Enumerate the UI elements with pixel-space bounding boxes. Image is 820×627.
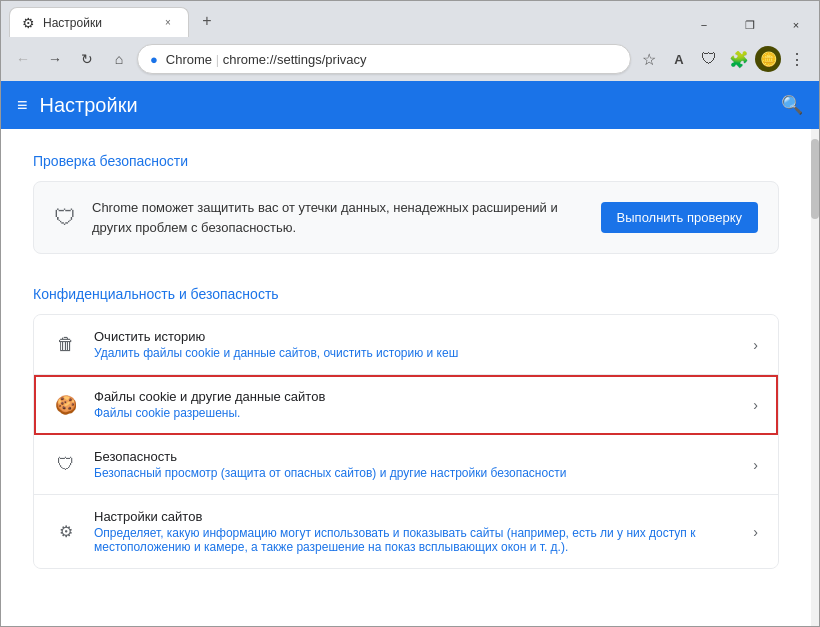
clear-history-item[interactable]: 🗑 Очистить историю Удалить файлы cookie … <box>34 315 778 375</box>
window-controls: − ❐ × <box>681 7 819 37</box>
address-bar[interactable]: ● Chrome | chrome://settings/privacy <box>137 44 631 74</box>
security-title: Безопасность <box>94 449 737 464</box>
address-toolbar: ← → ↻ ⌂ ● Chrome | chrome://settings/pri… <box>1 37 819 81</box>
safety-description: Chrome поможет защитить вас от утечки да… <box>92 198 585 237</box>
active-tab[interactable]: ⚙ Настройки × <box>9 7 189 37</box>
settings-list: 🗑 Очистить историю Удалить файлы cookie … <box>33 314 779 569</box>
cookies-chevron: › <box>753 397 758 413</box>
back-button[interactable]: ← <box>9 45 37 73</box>
clear-history-title: Очистить историю <box>94 329 737 344</box>
cookies-text: Файлы cookie и другие данные сайтов Файл… <box>94 389 737 420</box>
menu-button[interactable]: ⋮ <box>783 45 811 73</box>
main-content: Проверка безопасности 🛡 Chrome поможет з… <box>1 129 811 626</box>
scrollbar-track[interactable] <box>811 129 819 626</box>
scrollbar-thumb[interactable] <box>811 139 819 219</box>
security-icon: 🛡 <box>54 454 78 475</box>
security-item[interactable]: 🛡 Безопасность Безопасный просмотр (защи… <box>34 435 778 495</box>
tab-favicon: ⚙ <box>22 15 35 31</box>
site-settings-icon: ⚙ <box>54 522 78 541</box>
forward-button[interactable]: → <box>41 45 69 73</box>
translate-button[interactable]: A <box>665 45 693 73</box>
content-area: Проверка безопасности 🛡 Chrome поможет з… <box>1 129 819 626</box>
security-text: Безопасность Безопасный просмотр (защита… <box>94 449 737 480</box>
shield-button[interactable]: 🛡 <box>695 45 723 73</box>
tab-title: Настройки <box>43 16 152 30</box>
app-header: ≡ Настройки 🔍 <box>1 81 819 129</box>
cookies-title: Файлы cookie и другие данные сайтов <box>94 389 737 404</box>
titlebar: ⚙ Настройки × + − ❐ × <box>1 1 819 37</box>
clear-history-icon: 🗑 <box>54 334 78 355</box>
cookies-subtitle: Файлы cookie разрешены. <box>94 406 737 420</box>
header-search-icon[interactable]: 🔍 <box>781 94 803 116</box>
clear-history-text: Очистить историю Удалить файлы cookie и … <box>94 329 737 360</box>
bookmark-button[interactable]: ☆ <box>635 45 663 73</box>
site-settings-text: Настройки сайтов Определяет, какую инфор… <box>94 509 737 554</box>
extensions-button[interactable]: 🧩 <box>725 45 753 73</box>
url-brand: Chrome <box>166 52 212 67</box>
safety-check-section-title: Проверка безопасности <box>33 153 779 169</box>
url-display: Chrome | chrome://settings/privacy <box>166 52 618 67</box>
security-subtitle: Безопасный просмотр (защита от опасных с… <box>94 466 737 480</box>
security-chevron: › <box>753 457 758 473</box>
site-settings-item[interactable]: ⚙ Настройки сайтов Определяет, какую инф… <box>34 495 778 568</box>
sidebar-menu-icon[interactable]: ≡ <box>17 95 28 116</box>
safety-shield-icon: 🛡 <box>54 205 76 231</box>
reload-button[interactable]: ↻ <box>73 45 101 73</box>
site-settings-subtitle: Определяет, какую информацию могут испол… <box>94 526 737 554</box>
profile-button[interactable]: 🪙 <box>755 46 781 72</box>
home-button[interactable]: ⌂ <box>105 45 133 73</box>
site-settings-chevron: › <box>753 524 758 540</box>
safety-check-card: 🛡 Chrome поможет защитить вас от утечки … <box>33 181 779 254</box>
restore-button[interactable]: ❐ <box>727 11 773 39</box>
app-title: Настройки <box>40 94 769 117</box>
toolbar-actions: ☆ A 🛡 🧩 🪙 ⋮ <box>635 45 811 73</box>
clear-history-subtitle: Удалить файлы cookie и данные сайтов, оч… <box>94 346 737 360</box>
cookies-icon: 🍪 <box>54 394 78 416</box>
run-check-button[interactable]: Выполнить проверку <box>601 202 758 233</box>
clear-history-chevron: › <box>753 337 758 353</box>
url-path: chrome://settings/privacy <box>223 52 367 67</box>
secure-icon: ● <box>150 52 158 67</box>
site-settings-title: Настройки сайтов <box>94 509 737 524</box>
tab-close-button[interactable]: × <box>160 15 176 31</box>
browser-window: ⚙ Настройки × + − ❐ × ← → ↻ ⌂ ● Chrome |… <box>0 0 820 627</box>
cookies-item[interactable]: 🍪 Файлы cookie и другие данные сайтов Фа… <box>34 375 778 435</box>
privacy-section-title: Конфиденциальность и безопасность <box>33 286 779 302</box>
close-button[interactable]: × <box>773 11 819 39</box>
minimize-button[interactable]: − <box>681 11 727 39</box>
new-tab-button[interactable]: + <box>193 7 221 35</box>
